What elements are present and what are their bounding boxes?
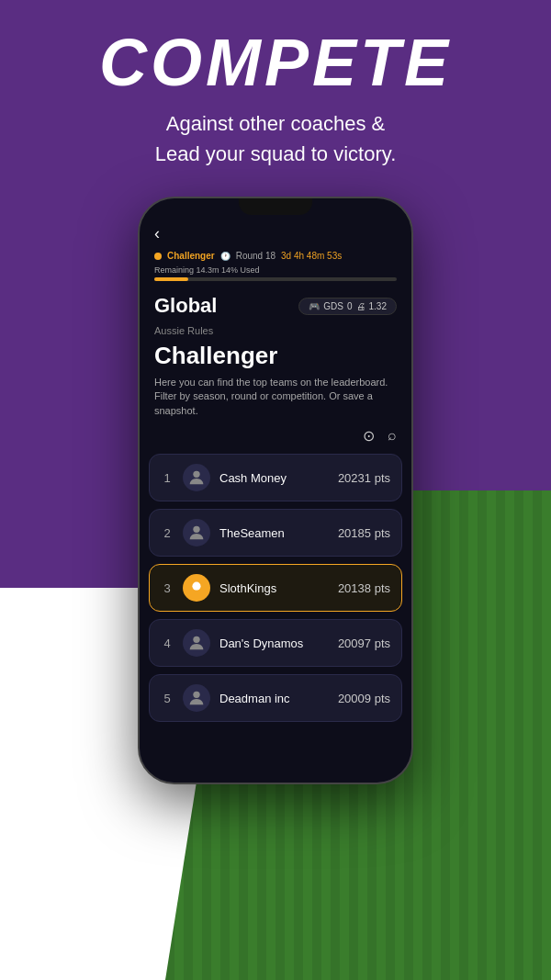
camera-icon[interactable]: ⊙ bbox=[363, 427, 375, 445]
rank-3: 3 bbox=[161, 581, 174, 595]
avatar-2 bbox=[183, 519, 210, 546]
leaderboard-row-1[interactable]: 1 Cash Money 20231 pts bbox=[149, 454, 402, 501]
page-content: COMPETE Against other coaches &Lead your… bbox=[0, 0, 551, 980]
team-name-5: Deadman inc bbox=[219, 692, 329, 705]
team-pts-4: 20097 pts bbox=[338, 636, 390, 650]
phone-notch bbox=[239, 198, 312, 215]
status-bar: Challenger 🕐 Round 18 3d 4h 48m 53s bbox=[154, 251, 397, 261]
gds-icon: 🎮 bbox=[309, 301, 320, 311]
gds-extra: 1.32 bbox=[369, 301, 387, 311]
section-label: Aussie Rules bbox=[140, 325, 411, 338]
phone-screen: ‹ Challenger 🕐 Round 18 3d 4h 48m 53s Re… bbox=[140, 198, 411, 783]
gds-count: 0 bbox=[347, 301, 353, 311]
team-name-4: Dan's Dynamos bbox=[219, 636, 329, 650]
rank-5: 5 bbox=[161, 692, 174, 705]
avatar-3 bbox=[183, 574, 210, 602]
svg-point-2 bbox=[192, 582, 200, 591]
phone-mockup: ‹ Challenger 🕐 Round 18 3d 4h 48m 53s Re… bbox=[138, 197, 413, 784]
challenger-tag: Challenger bbox=[167, 251, 215, 261]
gds-label: GDS bbox=[323, 301, 343, 311]
team-pts-2: 20185 pts bbox=[338, 526, 390, 540]
timer-label: 3d 4h 48m 53s bbox=[281, 251, 342, 261]
rank-4: 4 bbox=[161, 636, 174, 650]
avatar-1 bbox=[183, 464, 210, 491]
team-name-2: TheSeamen bbox=[219, 526, 329, 540]
leaderboard-row-3[interactable]: 3 SlothKings 20138 pts bbox=[149, 564, 402, 612]
back-button[interactable]: ‹ bbox=[154, 224, 397, 243]
leaderboard-row-5[interactable]: 5 Deadman inc 20009 pts bbox=[149, 674, 402, 722]
remaining-bar-bg bbox=[154, 277, 397, 281]
action-icons: ⊙ ⌕ bbox=[140, 427, 411, 454]
global-header: Global 🎮 GDS 0 🖨 1.32 bbox=[140, 294, 411, 325]
leaderboard-row-2[interactable]: 2 TheSeamen 20185 pts bbox=[149, 509, 402, 557]
gds-badge: 🎮 GDS 0 🖨 1.32 bbox=[298, 298, 397, 315]
competition-title: Challenger bbox=[140, 338, 411, 374]
page-subtitle: Against other coaches &Lead your squad t… bbox=[155, 108, 397, 169]
status-dot-icon bbox=[154, 253, 162, 260]
competition-desc: Here you can find the top teams on the l… bbox=[140, 374, 411, 427]
remaining-bar-wrap: Remaining 14.3m 14% Used bbox=[154, 265, 397, 281]
team-pts-3: 20138 pts bbox=[338, 581, 390, 595]
round-label: Round 18 bbox=[236, 251, 276, 261]
gds-separator: 🖨 bbox=[356, 301, 365, 311]
leaderboard-row-4[interactable]: 4 Dan's Dynamos 20097 pts bbox=[149, 619, 402, 667]
leaderboard: 1 Cash Money 20231 pts 2 bbox=[140, 454, 411, 722]
search-icon[interactable]: ⌕ bbox=[388, 427, 397, 445]
rank-2: 2 bbox=[161, 526, 174, 540]
avatar-5 bbox=[183, 684, 210, 712]
global-title: Global bbox=[154, 294, 217, 318]
svg-point-4 bbox=[193, 692, 199, 698]
remaining-bar-fill bbox=[154, 277, 188, 281]
page-title: COMPETE bbox=[99, 29, 452, 96]
avatar-4 bbox=[183, 629, 210, 657]
svg-point-3 bbox=[193, 636, 199, 643]
rank-1: 1 bbox=[161, 471, 174, 485]
team-name-1: Cash Money bbox=[219, 471, 329, 485]
remaining-text: Remaining 14.3m 14% Used bbox=[154, 265, 260, 275]
team-pts-5: 20009 pts bbox=[338, 692, 390, 705]
team-name-3: SlothKings bbox=[219, 581, 329, 595]
clock-icon: 🕐 bbox=[220, 252, 231, 261]
svg-point-0 bbox=[193, 471, 199, 478]
team-pts-1: 20231 pts bbox=[338, 471, 390, 485]
svg-point-1 bbox=[193, 526, 199, 533]
